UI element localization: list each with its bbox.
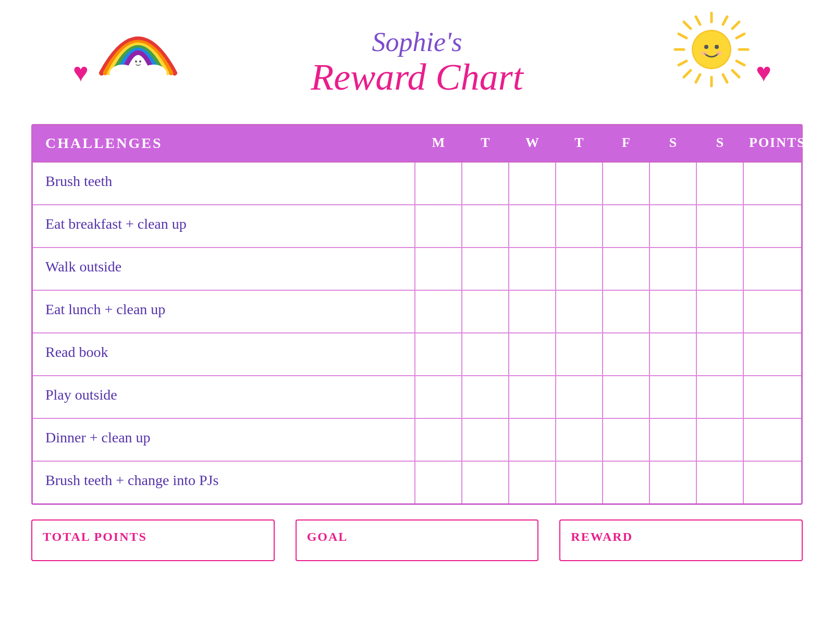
row4-mon[interactable] (415, 291, 462, 332)
row1-fri[interactable] (603, 163, 650, 204)
row8-thu[interactable] (556, 462, 603, 503)
row8-tue[interactable] (462, 462, 509, 503)
row5-sat[interactable] (650, 333, 697, 375)
svg-line-21 (696, 75, 700, 82)
row2-mon[interactable] (415, 205, 462, 247)
row4-thu[interactable] (556, 291, 603, 332)
page-title: Sophie's Reward Chart (311, 27, 523, 98)
row4-points[interactable] (744, 291, 801, 332)
row7-fri[interactable] (603, 419, 650, 461)
row8-sun[interactable] (697, 462, 744, 503)
total-points-box[interactable]: TOTAL POINTS (31, 519, 275, 561)
sun-icon (672, 10, 751, 91)
row1-tue[interactable] (462, 163, 509, 204)
challenge-3: Walk outside (33, 248, 415, 290)
row5-wed[interactable] (509, 333, 556, 375)
row5-thu[interactable] (556, 333, 603, 375)
challenge-6: Play outside (33, 376, 415, 418)
row3-points[interactable] (744, 248, 801, 290)
row4-sun[interactable] (697, 291, 744, 332)
row5-sun[interactable] (697, 333, 744, 375)
row1-sun[interactable] (697, 163, 744, 204)
col-f-header: F (603, 126, 650, 161)
challenge-8: Brush teeth + change into PJs (33, 462, 415, 503)
row6-tue[interactable] (462, 376, 509, 418)
table-row: Dinner + clean up (33, 419, 801, 462)
row1-thu[interactable] (556, 163, 603, 204)
col-w-header: W (509, 126, 556, 161)
row4-sat[interactable] (650, 291, 697, 332)
row6-sat[interactable] (650, 376, 697, 418)
row6-mon[interactable] (415, 376, 462, 418)
row8-sat[interactable] (650, 462, 697, 503)
row2-thu[interactable] (556, 205, 603, 247)
challenge-4: Eat lunch + clean up (33, 291, 415, 332)
title-main: Reward Chart (311, 57, 523, 98)
row1-points[interactable] (744, 163, 801, 204)
challenge-5: Read book (33, 333, 415, 375)
row7-wed[interactable] (509, 419, 556, 461)
svg-line-19 (679, 61, 686, 65)
svg-line-10 (684, 22, 691, 29)
row7-sat[interactable] (650, 419, 697, 461)
reward-box[interactable]: REWARD (559, 519, 803, 561)
table-body: Brush teeth Eat breakfast + clean up Wal… (33, 163, 801, 503)
row6-wed[interactable] (509, 376, 556, 418)
row5-fri[interactable] (603, 333, 650, 375)
goal-label: GOAL (307, 530, 528, 544)
svg-line-14 (679, 34, 686, 38)
row3-thu[interactable] (556, 248, 603, 290)
row2-sun[interactable] (697, 205, 744, 247)
row3-fri[interactable] (603, 248, 650, 290)
row5-points[interactable] (744, 333, 801, 375)
row3-wed[interactable] (509, 248, 556, 290)
row2-points[interactable] (744, 205, 801, 247)
svg-line-12 (732, 22, 739, 29)
row8-points[interactable] (744, 462, 801, 503)
row5-mon[interactable] (415, 333, 462, 375)
row7-points[interactable] (744, 419, 801, 461)
col-t2-header: T (556, 126, 603, 161)
row2-wed[interactable] (509, 205, 556, 247)
row1-sat[interactable] (650, 163, 697, 204)
table-row: Play outside (33, 376, 801, 419)
row3-mon[interactable] (415, 248, 462, 290)
row7-tue[interactable] (462, 419, 509, 461)
row7-mon[interactable] (415, 419, 462, 461)
total-points-label: TOTAL POINTS (43, 530, 263, 544)
row2-tue[interactable] (462, 205, 509, 247)
row2-fri[interactable] (603, 205, 650, 247)
col-t1-header: T (462, 126, 509, 161)
svg-point-25 (715, 45, 719, 49)
row4-wed[interactable] (509, 291, 556, 332)
row5-tue[interactable] (462, 333, 509, 375)
row8-fri[interactable] (603, 462, 650, 503)
row3-tue[interactable] (462, 248, 509, 290)
row8-wed[interactable] (509, 462, 556, 503)
row7-thu[interactable] (556, 419, 603, 461)
row2-sat[interactable] (650, 205, 697, 247)
row3-sun[interactable] (697, 248, 744, 290)
row6-points[interactable] (744, 376, 801, 418)
svg-point-24 (704, 45, 708, 49)
row4-fri[interactable] (603, 291, 650, 332)
row1-mon[interactable] (415, 163, 462, 204)
goal-box[interactable]: GOAL (296, 519, 539, 561)
row3-sat[interactable] (650, 248, 697, 290)
row6-thu[interactable] (556, 376, 603, 418)
row8-mon[interactable] (415, 462, 462, 503)
svg-point-23 (693, 31, 730, 68)
row6-fri[interactable] (603, 376, 650, 418)
row7-sun[interactable] (697, 419, 744, 461)
row1-wed[interactable] (509, 163, 556, 204)
svg-line-20 (723, 17, 727, 24)
table-row: Eat breakfast + clean up (33, 205, 801, 248)
row6-sun[interactable] (697, 376, 744, 418)
row4-tue[interactable] (462, 291, 509, 332)
svg-line-17 (723, 75, 727, 82)
col-s1-header: S (650, 126, 697, 161)
col-m-header: M (415, 126, 462, 161)
svg-line-16 (696, 17, 700, 24)
reward-chart-table: CHALLENGES M T W T F S S POINTS Brush te… (31, 124, 803, 505)
svg-point-27 (716, 51, 722, 55)
